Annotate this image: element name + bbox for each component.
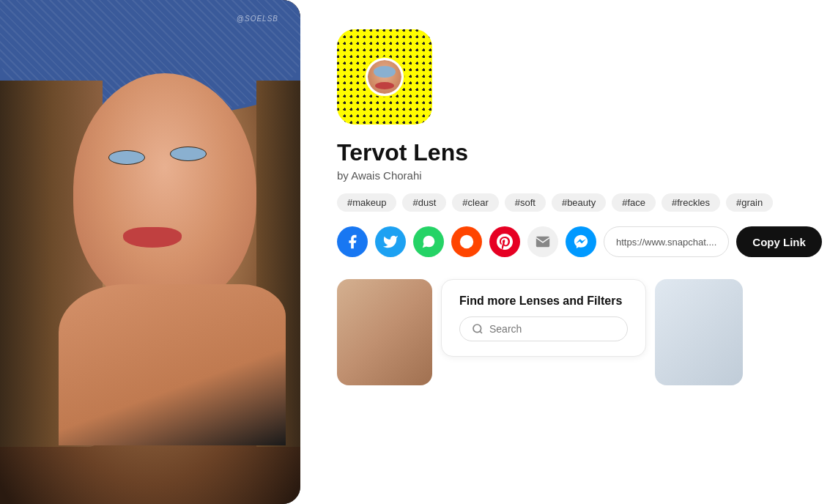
search-input[interactable] [489,323,615,335]
facebook-share-button[interactable] [337,226,368,257]
twitter-share-button[interactable] [375,226,406,257]
right-panel: Tervot Lens by Awais Chorahi #makeup #du… [300,0,830,504]
pinterest-icon [497,234,513,250]
whatsapp-icon [420,234,437,250]
previews-section: Find more Lenses and Filters [337,279,822,385]
lens-title: Tervot Lens [337,139,822,166]
svg-line-3 [480,331,482,333]
email-share-button[interactable] [527,226,558,257]
tag-grain[interactable]: #grain [726,193,773,212]
facebook-icon [344,234,360,250]
pinterest-share-button[interactable] [489,226,520,257]
svg-text:R: R [463,239,468,246]
reddit-icon: R [459,234,475,250]
find-more-card: Find more Lenses and Filters [441,279,646,357]
copy-link-button[interactable]: Copy Link [736,226,822,257]
lens-author: by Awais Chorahi [337,169,822,182]
twitter-icon [382,234,399,250]
email-icon [535,234,551,250]
preview-thumb-right [655,279,743,385]
profile-photo-panel: @SOELSB [0,0,300,504]
tag-face[interactable]: #face [612,193,656,212]
messenger-icon [573,234,589,250]
link-display-text: https://www.snapchat.... [604,237,728,248]
search-icon [472,323,483,335]
tag-soft[interactable]: #soft [505,193,546,212]
tag-dust[interactable]: #dust [402,193,446,212]
tags-row: #makeup #dust #clear #soft #beauty #face… [337,193,822,212]
whatsapp-share-button[interactable] [413,226,444,257]
snapcode-container [337,29,822,125]
preview-thumb-1 [337,279,432,385]
share-row: R https://www.snapchat.... Copy Link [337,226,822,257]
tag-clear[interactable]: #clear [452,193,498,212]
search-bar[interactable] [459,316,628,341]
reddit-share-button[interactable]: R [451,226,482,257]
find-more-title: Find more Lenses and Filters [459,294,622,308]
watermark: @SOELSB [237,15,278,23]
messenger-share-button[interactable] [566,226,596,257]
tag-freckles[interactable]: #freckles [662,193,720,212]
tag-makeup[interactable]: #makeup [337,193,396,212]
tag-beauty[interactable]: #beauty [552,193,606,212]
snapcode [337,29,432,125]
svg-point-2 [473,325,481,333]
link-container: https://www.snapchat.... [604,226,729,257]
